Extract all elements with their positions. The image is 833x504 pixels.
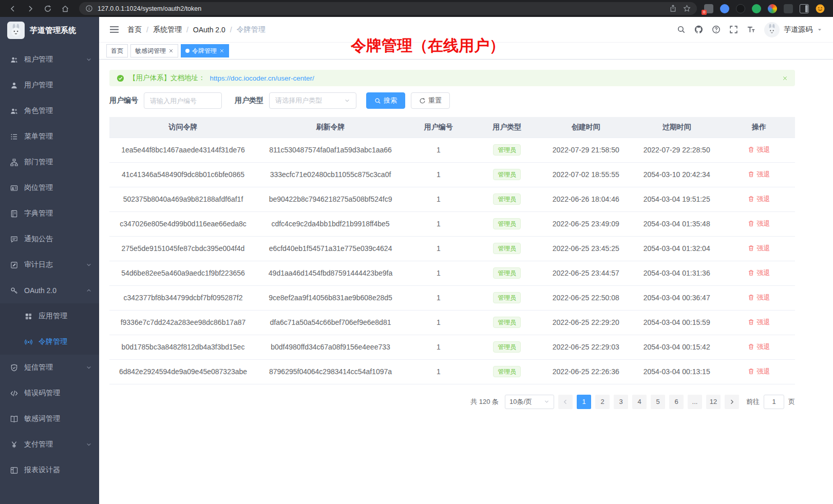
sidebar-item[interactable]: 令牌管理 [0, 329, 99, 355]
tab-close-icon[interactable] [219, 48, 224, 53]
app-title: 芋道管理系统 [30, 26, 76, 35]
force-logout-button[interactable]: 强退 [748, 219, 770, 228]
force-logout-button[interactable]: 强退 [748, 145, 770, 154]
sidebar-item[interactable]: 岗位管理 [0, 175, 99, 201]
tab-首页[interactable]: 首页 [106, 44, 128, 57]
created-time-cell: 2022-06-25 22:29:20 [541, 310, 631, 335]
browser-reload-icon[interactable] [41, 2, 54, 15]
tab-令牌管理[interactable]: 令牌管理 [181, 44, 229, 57]
breadcrumb-item[interactable]: 首页 [127, 25, 142, 34]
page-button[interactable]: 6 [669, 395, 684, 409]
url-text: 127.0.0.1:1024/system/oauth2/token [98, 5, 665, 12]
user-id-cell: 1 [404, 359, 473, 384]
extension-icon[interactable] [784, 4, 793, 13]
force-logout-button[interactable]: 强退 [748, 195, 770, 204]
browser-back-icon[interactable] [6, 2, 20, 15]
sidebar-item[interactable]: 用户管理 [0, 72, 99, 98]
breadcrumb-item[interactable]: 系统管理 [153, 25, 182, 34]
github-icon[interactable] [694, 25, 703, 34]
font-size-icon[interactable] [747, 25, 755, 34]
force-logout-label: 强退 [756, 219, 770, 228]
pagination-ellipsis[interactable]: ... [688, 395, 702, 409]
extension-icon[interactable]: 0 [704, 4, 713, 13]
sidebar-item[interactable]: 租户管理 [0, 47, 99, 72]
force-logout-button[interactable]: 强退 [748, 244, 770, 253]
bookmark-star-icon[interactable] [683, 5, 691, 12]
sidebar-item[interactable]: 敏感词管理 [0, 406, 99, 432]
extension-icon[interactable] [736, 4, 745, 13]
extension-icon[interactable] [768, 4, 777, 13]
force-logout-button[interactable]: 强退 [748, 268, 770, 278]
sidebar-item[interactable]: 报表设计器 [0, 457, 99, 483]
page-size-select[interactable]: 10条/页 [505, 395, 554, 409]
sidebar-item[interactable]: 审计日志 [0, 252, 99, 278]
user-id-input[interactable] [144, 92, 222, 109]
sidebar-item-label: 用户管理 [24, 81, 92, 90]
tab-敏感词管理[interactable]: 敏感词管理 [130, 44, 178, 57]
expire-time-cell: 2054-03-10 20:42:34 [631, 162, 723, 187]
pagination: 共 120 条 10条/页 123456...12 前往 页 [109, 395, 795, 409]
reset-button[interactable]: 重置 [411, 92, 450, 109]
address-bar[interactable]: 127.0.0.1:1024/system/oauth2/token [79, 2, 697, 15]
user-type-cell: 管理员 [473, 261, 542, 285]
pagination-pages: 123456...12 [577, 395, 721, 409]
search-icon[interactable] [677, 25, 686, 34]
search-button[interactable]: 搜索 [366, 92, 405, 109]
extension-icon[interactable] [752, 4, 761, 13]
sidebar-item[interactable]: 应用管理 [0, 303, 99, 329]
prev-page-button[interactable] [558, 395, 573, 409]
user-type-select[interactable]: 请选择用户类型 [269, 92, 356, 109]
sidebar-item-label: 审计日志 [24, 260, 80, 269]
sidebar-item[interactable]: 菜单管理 [0, 124, 99, 149]
sidebar-item[interactable]: 字典管理 [0, 201, 99, 226]
force-logout-button[interactable]: 强退 [748, 170, 770, 179]
page-button[interactable]: 1 [577, 395, 591, 409]
tab-close-icon[interactable] [168, 48, 174, 53]
share-icon[interactable] [669, 5, 677, 12]
created-time-cell: 2022-06-25 22:26:36 [541, 359, 631, 384]
user-menu[interactable]: 芋道源码 [764, 22, 823, 37]
force-logout-button[interactable]: 强退 [748, 293, 770, 302]
page-unit-label: 页 [788, 397, 795, 406]
page-button[interactable]: 5 [651, 395, 665, 409]
force-logout-button[interactable]: 强退 [748, 367, 770, 376]
page-button[interactable]: 3 [614, 395, 628, 409]
sidebar-item[interactable]: 错误码管理 [0, 380, 99, 406]
user-type-cell: 管理员 [473, 162, 542, 187]
expire-time-cell: 2054-03-04 00:13:15 [631, 359, 723, 384]
next-page-button[interactable] [725, 395, 739, 409]
page-button[interactable]: 4 [632, 395, 647, 409]
sidebar-item[interactable]: 支付管理 [0, 432, 99, 457]
sidebar-item-label: 部门管理 [24, 158, 92, 167]
sidebar-item[interactable]: 角色管理 [0, 98, 99, 124]
sidebar-item[interactable]: 短信管理 [0, 355, 99, 380]
help-icon[interactable] [712, 25, 721, 34]
site-info-icon[interactable] [85, 5, 93, 12]
action-cell: 强退 [723, 138, 795, 162]
doc-link[interactable]: https://doc.iocoder.cn/user-center/ [210, 74, 314, 82]
sidebar-item[interactable]: 通知公告 [0, 226, 99, 252]
refresh-token-cell: 49d1aa46d1454fbd87591444423be9fa [257, 261, 404, 285]
page-button[interactable]: 12 [706, 395, 721, 409]
created-time-cell: 2022-07-02 18:55:55 [541, 162, 631, 187]
sidebar-item-label: 敏感词管理 [24, 414, 92, 423]
force-logout-button[interactable]: 强退 [748, 342, 770, 352]
access-token-cell: f9336e7c7dd242a283ee98dc86b17a87 [109, 310, 257, 335]
extension-icon[interactable] [720, 4, 729, 13]
page-button[interactable]: 2 [595, 395, 610, 409]
alert-close-icon[interactable] [782, 75, 788, 81]
browser-home-icon[interactable] [59, 2, 72, 15]
sidebar-item[interactable]: 部门管理 [0, 149, 99, 175]
pay-icon [10, 441, 18, 449]
breadcrumb-item[interactable]: OAuth 2.0 [193, 26, 225, 34]
fullscreen-icon[interactable] [729, 25, 738, 34]
side-panel-icon[interactable] [800, 4, 809, 13]
browser-profile-avatar[interactable] [816, 4, 825, 13]
sidebar-toggle-button[interactable] [109, 25, 119, 34]
browser-forward-icon[interactable] [24, 2, 37, 15]
sidebar-item[interactable]: OAuth 2.0 [0, 278, 99, 303]
goto-page-input[interactable] [764, 395, 784, 409]
created-time-cell: 2022-06-25 23:44:57 [541, 261, 631, 285]
force-logout-button[interactable]: 强退 [748, 318, 770, 327]
user-type-badge: 管理员 [493, 267, 521, 279]
